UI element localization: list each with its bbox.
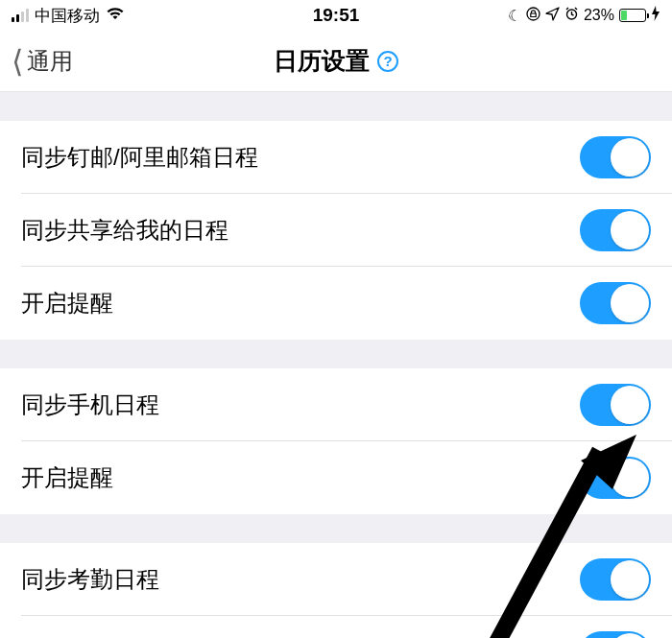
- setting-row: 开启提醒: [0, 267, 672, 340]
- setting-label: 同步考勤日程: [21, 564, 159, 595]
- status-left: 中国移动: [12, 5, 125, 27]
- nav-title-wrap: 日历设置 ?: [274, 45, 398, 77]
- wifi-icon: [106, 6, 125, 25]
- toggle-switch[interactable]: [580, 457, 651, 499]
- help-icon[interactable]: ?: [377, 51, 398, 72]
- battery-icon: [619, 9, 646, 22]
- nav-bar: ⟨ 通用 日历设置 ?: [0, 31, 672, 92]
- battery-pct: 23%: [584, 7, 614, 24]
- setting-label: 同步手机日程: [21, 390, 159, 420]
- chevron-left-icon: ⟨: [12, 46, 23, 77]
- setting-row: 同步手机日程: [0, 368, 672, 441]
- back-label: 通用: [27, 46, 73, 77]
- setting-row: 同步考勤日程: [0, 543, 672, 616]
- lock-icon: [526, 7, 540, 25]
- carrier-label: 中国移动: [35, 5, 100, 27]
- setting-label: 同步钉邮/阿里邮箱日程: [21, 142, 258, 173]
- status-bar: 中国移动 19:51 ☾ 23%: [0, 0, 672, 31]
- status-right: ☾ 23%: [508, 6, 660, 25]
- settings-section-3: 同步考勤日程 开启提醒: [0, 543, 672, 638]
- setting-label: 开启提醒: [21, 462, 113, 493]
- status-time: 19:51: [313, 5, 360, 26]
- back-button[interactable]: ⟨ 通用: [0, 46, 84, 77]
- setting-row: 开启提醒: [0, 441, 672, 514]
- setting-row: 开启提醒: [0, 616, 672, 638]
- toggle-switch[interactable]: [580, 136, 651, 178]
- charging-icon: [651, 6, 660, 25]
- toggle-switch[interactable]: [580, 384, 651, 426]
- settings-section-2: 同步手机日程 开启提醒: [0, 368, 672, 514]
- settings-section-1: 同步钉邮/阿里邮箱日程 同步共享给我的日程 开启提醒: [0, 121, 672, 340]
- moon-icon: ☾: [508, 7, 521, 25]
- signal-icon: [12, 9, 29, 22]
- setting-row: 同步共享给我的日程: [0, 194, 672, 267]
- alarm-icon: [564, 7, 579, 25]
- setting-row: 同步钉邮/阿里邮箱日程: [0, 121, 672, 194]
- setting-label: 同步共享给我的日程: [21, 215, 228, 246]
- toggle-switch[interactable]: [580, 282, 651, 324]
- page-title: 日历设置: [274, 45, 370, 77]
- location-icon: [545, 7, 560, 25]
- toggle-switch[interactable]: [580, 631, 651, 638]
- toggle-switch[interactable]: [580, 558, 651, 601]
- setting-label: 开启提醒: [21, 288, 113, 319]
- toggle-switch[interactable]: [580, 209, 651, 251]
